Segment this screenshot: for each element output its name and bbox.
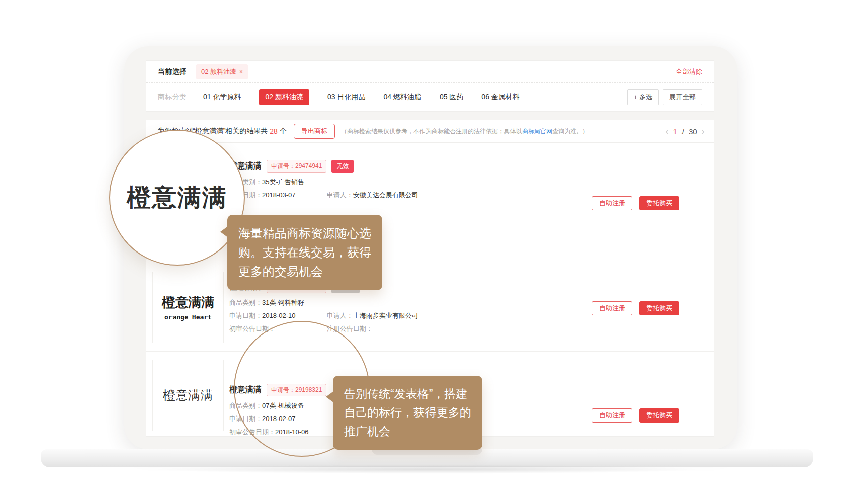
field-label: 申请人： [327, 312, 353, 319]
category-row-label: 商标分类 [158, 93, 186, 102]
callout-tooltip: 告别传统“发表格”，搭建 自己的标行，获得更多的 推广机会 [333, 376, 482, 450]
category-item-05[interactable]: 05 医药 [440, 93, 463, 102]
current-selection-row: 当前选择 02 颜料油漆 × 全部清除 [146, 61, 714, 83]
thumbnail-subtext: orange Heart [164, 313, 212, 321]
page-separator: / [682, 127, 684, 136]
current-selection-label: 当前选择 [158, 67, 186, 76]
callout-line: 告别传统“发表格”，搭建 [344, 385, 471, 403]
trademark-details: 橙意满满 申请号：29474941 无效 商品类别：35类-广告销售 申请日期：… [229, 143, 714, 199]
category-item-02-active[interactable]: 02 颜料油漆 [259, 89, 309, 105]
total-pages: 30 [689, 127, 697, 136]
field-label: 商品类别： [229, 299, 262, 306]
callout-line: 海量精品商标资源随心选 [238, 224, 371, 243]
field-value: 35类-广告销售 [262, 178, 304, 186]
disclaimer-note: （商标检索结果仅供参考，不作为商标能否注册的法律依据；具体以商标局官网查询为准。… [341, 127, 588, 136]
field-value: 2018-02-10 [262, 312, 296, 319]
next-page-icon[interactable]: › [702, 126, 705, 137]
thumbnail-text: 橙意满满 [162, 294, 214, 311]
disclaimer-post: 查询为准。） [552, 128, 588, 135]
results-count-unit: 个 [280, 127, 287, 136]
callout-line: 更多的交易机会 [238, 262, 371, 281]
callout-tooltip: 海量精品商标资源随心选 购。支持在线交易，获得 更多的交易机会 [227, 215, 382, 290]
category-item-01[interactable]: 01 化学原料 [203, 93, 241, 102]
field-value: 安徽美达会展有限公司 [353, 191, 418, 199]
field-value: – [373, 325, 376, 332]
thumbnail-text: 橙意满满 [163, 387, 213, 403]
category-item-04[interactable]: 04 燃料油脂 [383, 93, 421, 102]
export-trademarks-button[interactable]: 导出商标 [294, 124, 335, 139]
prev-page-icon[interactable]: ‹ [665, 126, 668, 137]
close-icon[interactable]: × [239, 68, 243, 75]
status-badge: 无效 [331, 160, 354, 173]
trademark-office-link[interactable]: 商标局官网 [522, 128, 552, 135]
magnified-trademark-text: 橙意满满 [127, 182, 227, 214]
category-row: 商标分类 01 化学原料 02 颜料油漆 03 日化用品 04 燃料油脂 05 … [146, 83, 714, 111]
field-value: 2018-03-07 [262, 191, 296, 199]
field-label: 申请日期： [229, 312, 262, 319]
entrust-buy-button[interactable]: 委托购买 [639, 408, 679, 423]
callout-line: 购。支持在线交易，获得 [238, 243, 371, 262]
disclaimer-pre: （商标检索结果仅供参考，不作为商标能否注册的法律依据；具体以 [341, 128, 522, 135]
application-number-tag: 申请号：29474941 [267, 160, 326, 173]
selected-category-chip-label: 02 颜料油漆 [201, 67, 236, 76]
field-value: 上海雨步实业有限公司 [353, 312, 418, 319]
pagination: ‹ 1 / 30 › [656, 120, 714, 142]
page: 当前选择 02 颜料油漆 × 全部清除 商标分类 01 化学原料 02 颜料油漆… [0, 0, 853, 504]
callout-line: 推广机会 [344, 422, 471, 441]
current-page: 1 [673, 127, 677, 136]
category-item-06[interactable]: 06 金属材料 [481, 93, 519, 102]
self-register-button[interactable]: 自助注册 [592, 196, 632, 210]
expand-all-button[interactable]: 展开全部 [663, 89, 702, 105]
trademark-thumbnail[interactable]: 橙意满满 orange Heart [152, 272, 224, 343]
magnifier-circle: 橙意满满 [109, 130, 245, 266]
selected-category-chip[interactable]: 02 颜料油漆 × [196, 64, 248, 79]
multi-select-button[interactable]: + 多选 [627, 89, 659, 105]
results-count: 28 [270, 127, 278, 135]
results-header: 为您检索到“橙意满满”相关的结果共 28 个 导出商标 （商标检索结果仅供参考，… [146, 120, 714, 143]
trademark-thumbnail[interactable]: 橙意满满 [152, 360, 224, 431]
field-value: 31类-饲料种籽 [262, 299, 304, 306]
entrust-buy-button[interactable]: 委托购买 [639, 196, 679, 210]
field-label: 申请人： [327, 191, 353, 199]
entrust-buy-button[interactable]: 委托购买 [639, 301, 679, 315]
clear-all-link[interactable]: 全部清除 [676, 67, 702, 76]
self-register-button[interactable]: 自助注册 [592, 408, 632, 423]
self-register-button[interactable]: 自助注册 [592, 301, 632, 315]
filter-panel: 当前选择 02 颜料油漆 × 全部清除 商标分类 01 化学原料 02 颜料油漆… [146, 60, 714, 112]
category-item-03[interactable]: 03 日化用品 [327, 93, 365, 102]
laptop-base-shadow [151, 465, 704, 474]
callout-line: 自己的标行，获得更多的 [344, 403, 471, 422]
